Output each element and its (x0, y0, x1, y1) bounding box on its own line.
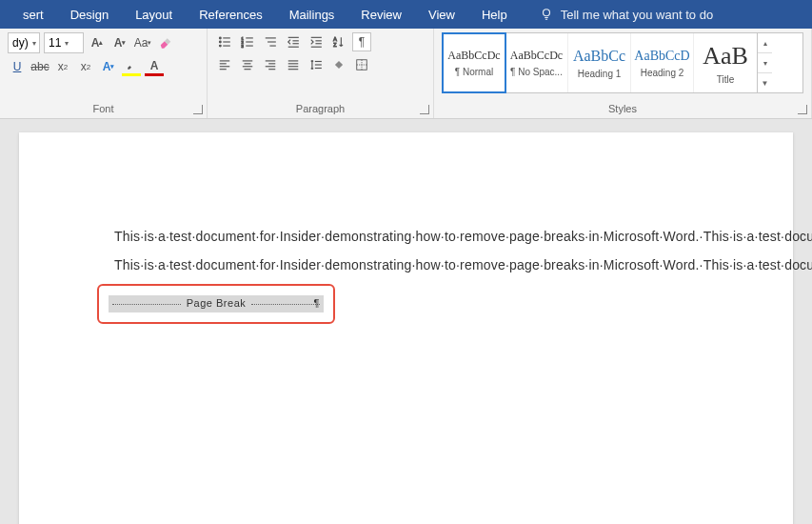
style-sample: AaB (703, 42, 748, 71)
font-name-combo[interactable]: dy)▾ (8, 32, 40, 53)
style-heading-2[interactable]: AaBbCcD Heading 2 (631, 33, 694, 92)
group-font: dy)▾ 11▾ A▴ A▾ Aa▾ U abc x2 x2 A▾ (0, 29, 208, 118)
style-sample: AaBbCc (573, 48, 625, 65)
align-center-icon (241, 58, 254, 71)
sort-icon: AZ (332, 35, 346, 49)
paragraph-group-label: Paragraph (215, 103, 426, 116)
group-paragraph: 123 AZ ¶ (208, 29, 434, 118)
menu-layout[interactable]: Layout (122, 8, 186, 22)
decrease-indent-button[interactable] (284, 32, 303, 51)
change-case-button[interactable]: Aa▾ (133, 33, 152, 52)
show-hide-pilcrow-button[interactable]: ¶ (352, 32, 371, 51)
line-spacing-button[interactable] (307, 55, 326, 74)
borders-button[interactable] (352, 55, 371, 74)
style-name: Title (717, 74, 735, 85)
lightbulb-icon (540, 8, 553, 21)
svg-text:Z: Z (333, 42, 337, 48)
multilevel-list-button[interactable] (261, 32, 280, 51)
page-break-highlight: Page Break ¶ (97, 284, 335, 324)
increase-indent-button[interactable] (307, 32, 326, 51)
styles-dialog-launcher[interactable] (798, 105, 807, 114)
shading-button[interactable] (329, 55, 348, 74)
svg-text:3: 3 (242, 44, 245, 49)
style-name: ¶ No Spac... (510, 67, 563, 77)
align-right-icon (264, 58, 277, 71)
ribbon: dy)▾ 11▾ A▴ A▾ Aa▾ U abc x2 x2 A▾ (0, 29, 812, 119)
paragraph-1[interactable]: This·is·a·test·document·for·Insider·demo… (114, 228, 698, 247)
style-normal[interactable]: AaBbCcDc ¶ Normal (443, 33, 505, 92)
document-page[interactable]: This·is·a·test·document·for·Insider·demo… (19, 132, 793, 524)
subscript-button[interactable]: x2 (53, 57, 72, 76)
font-dialog-launcher[interactable] (193, 105, 203, 114)
justify-button[interactable] (284, 55, 303, 74)
svg-point-5 (219, 45, 221, 47)
highlight-color-button[interactable] (122, 57, 141, 76)
style-sample: AaBbCcDc (447, 49, 500, 63)
style-name: ¶ Normal (455, 67, 493, 77)
document-workspace: This·is·a·test·document·for·Insider·demo… (0, 119, 812, 524)
menu-review[interactable]: Review (347, 8, 415, 22)
clear-formatting-button[interactable] (156, 33, 175, 52)
tell-me-label: Tell me what you want to do (561, 8, 713, 22)
tell-me-search[interactable]: Tell me what you want to do (540, 8, 713, 22)
highlighter-icon (127, 61, 136, 71)
bullets-icon (218, 35, 231, 49)
menu-design[interactable]: Design (57, 8, 122, 22)
font-group-label: Font (8, 103, 199, 116)
strikethrough-button[interactable]: abc (30, 57, 50, 76)
page-break-indicator[interactable]: Page Break ¶ (109, 295, 324, 312)
style-name: Heading 1 (578, 69, 622, 79)
style-sample: AaBbCcD (634, 49, 689, 64)
decrease-indent-icon (287, 35, 300, 49)
style-sample: AaBbCcDc (510, 49, 563, 63)
styles-group-label: Styles (442, 103, 803, 116)
menu-bar: sert Design Layout References Mailings R… (0, 0, 812, 29)
sort-button[interactable]: AZ (329, 32, 348, 51)
gallery-more-icon[interactable]: ▼ (758, 73, 772, 92)
page-break-label: Page Break (185, 296, 248, 311)
menu-help[interactable]: Help (468, 8, 521, 22)
align-right-button[interactable] (261, 55, 280, 74)
gallery-down-icon[interactable]: ▾ (758, 53, 772, 73)
numbering-button[interactable]: 123 (238, 32, 257, 51)
svg-text:A: A (333, 36, 337, 42)
styles-gallery: AaBbCcDc ¶ Normal AaBbCcDc ¶ No Spac... … (442, 32, 803, 93)
bullets-button[interactable] (215, 32, 234, 51)
style-title[interactable]: AaB Title (694, 33, 757, 92)
font-name-value: dy) (12, 36, 29, 50)
font-size-combo[interactable]: 11▾ (44, 32, 84, 53)
svg-point-0 (543, 10, 549, 16)
paragraph-dialog-launcher[interactable] (420, 105, 429, 114)
align-center-button[interactable] (238, 55, 257, 74)
eraser-icon (159, 36, 172, 50)
group-styles: AaBbCcDc ¶ Normal AaBbCcDc ¶ No Spac... … (434, 29, 812, 118)
increase-indent-icon (309, 35, 323, 49)
svg-point-3 (219, 41, 221, 43)
align-left-button[interactable] (215, 55, 234, 74)
borders-icon (355, 58, 368, 71)
paragraph-2[interactable]: This·is·a·test·document·for·Insider·demo… (114, 256, 698, 275)
menu-view[interactable]: View (415, 8, 468, 22)
styles-gallery-scroll[interactable]: ▴ ▾ ▼ (757, 33, 772, 92)
svg-point-1 (219, 37, 221, 39)
menu-mailings[interactable]: Mailings (276, 8, 348, 22)
style-no-spacing[interactable]: AaBbCcDc ¶ No Spac... (505, 33, 568, 92)
multilevel-icon (264, 35, 277, 49)
style-heading-1[interactable]: AaBbCc Heading 1 (568, 33, 631, 92)
font-color-button[interactable]: A (145, 57, 164, 76)
pilcrow-mark: ¶ (314, 296, 320, 311)
gallery-up-icon[interactable]: ▴ (758, 33, 772, 53)
superscript-button[interactable]: x2 (76, 57, 95, 76)
decrease-font-size-button[interactable]: A▾ (110, 33, 129, 52)
increase-font-size-button[interactable]: A▴ (88, 33, 107, 52)
menu-insert[interactable]: sert (10, 8, 57, 22)
justify-icon (287, 58, 300, 71)
menu-references[interactable]: References (186, 8, 275, 22)
underline-button[interactable]: U (8, 57, 27, 76)
style-name: Heading 2 (641, 68, 684, 78)
numbering-icon: 123 (241, 35, 254, 49)
text-effects-button[interactable]: A▾ (99, 57, 118, 76)
line-spacing-icon (309, 58, 323, 71)
align-left-icon (218, 58, 231, 71)
paint-bucket-icon (332, 58, 346, 71)
